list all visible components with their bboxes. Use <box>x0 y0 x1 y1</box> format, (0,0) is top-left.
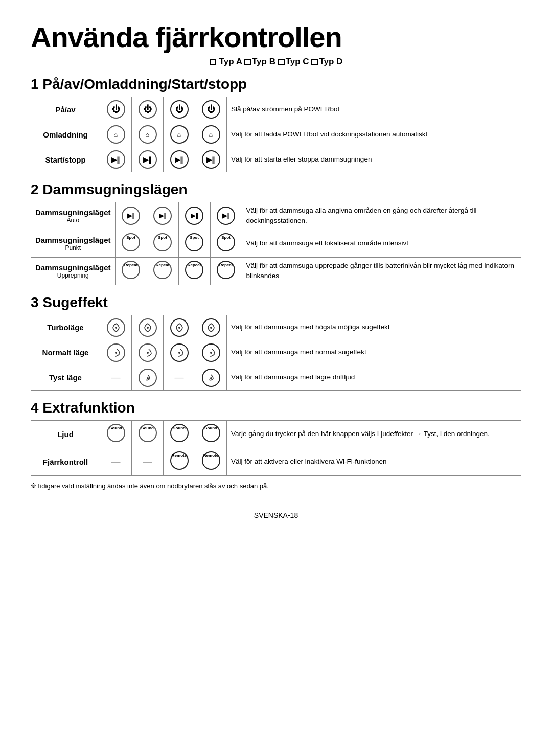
icon-cell: Remote <box>164 448 195 475</box>
normal-button-3 <box>170 343 189 362</box>
table-row: Tyst läge — — Välj för att dammsuga med … <box>31 365 521 390</box>
turbo-button-2 <box>139 318 157 337</box>
svg-point-7 <box>210 352 212 354</box>
normal-button-1 <box>107 343 125 362</box>
quiet-button-4 <box>202 369 220 387</box>
icon-cell: ⏻ <box>132 97 164 122</box>
icon-cell: Repeat <box>210 257 242 285</box>
section4-heading: 4 Extrafunktion <box>31 400 521 416</box>
start-button-2: ▶︎‖ <box>139 150 157 169</box>
icon-cell: ⏻ <box>100 97 132 122</box>
spot-label: Spot <box>221 235 231 240</box>
svg-point-6 <box>178 352 180 354</box>
play-icon: ▶︎‖ <box>175 156 183 164</box>
spot-button-1: Spot <box>122 233 140 251</box>
section1-heading: 1 På/av/Omladdning/Start/stopp <box>31 76 521 93</box>
icon-cell: ⌂ <box>100 122 132 147</box>
start-button-1: ▶︎‖ <box>107 150 125 169</box>
table-row: DammsugningslägetPunkt Spot Spot Spot Sp… <box>31 230 521 257</box>
icon-cell: Spot <box>147 230 178 257</box>
row-desc: Välj för att dammsuga upprepade gånger t… <box>242 257 521 285</box>
icon-cell: Spot <box>115 230 147 257</box>
row-label: Omladdning <box>31 122 100 147</box>
row-desc: Välj för att dammsuga med högsta möjliga… <box>227 315 521 340</box>
spot-button-4: Spot <box>217 233 235 251</box>
sound-button-1: Sound <box>107 424 125 442</box>
home-button-4: ⌂ <box>202 125 220 144</box>
svg-point-1 <box>147 327 149 329</box>
row-label: Fjärrkontroll <box>31 448 100 475</box>
start-button-3: ▶︎‖ <box>170 150 189 169</box>
power-icon: ⏻ <box>207 105 215 114</box>
home-icon: ⌂ <box>209 131 213 139</box>
repeat-label: Repeat <box>219 263 233 267</box>
svg-point-8 <box>147 377 149 379</box>
table-row: Turboläge Välj för att <box>31 315 521 340</box>
normal-icon <box>142 347 153 358</box>
turbo-icon <box>205 322 217 333</box>
quiet-button-2 <box>139 369 157 387</box>
normal-icon <box>174 347 185 358</box>
home-button-1: ⌂ <box>107 125 125 144</box>
table-row: På/av ⏻ ⏻ ⏻ ⏻ Slå på/av strömmen på POWE… <box>31 97 521 122</box>
power-icon: ⏻ <box>144 105 152 114</box>
icon-cell <box>100 340 132 365</box>
sound-label: Sound <box>109 426 122 430</box>
type-line: Typ A Typ B Typ C Typ D <box>31 57 521 67</box>
icon-cell: ▶‖ <box>147 202 178 230</box>
icon-cell: — <box>164 365 195 390</box>
footer: SVENSKA-18 <box>31 511 521 519</box>
row-desc: Välj för att dammsuga med normal sugeffe… <box>227 340 521 365</box>
icon-cell: ▶‖ <box>115 202 147 230</box>
home-icon: ⌂ <box>146 131 150 139</box>
icon-cell: ▶︎‖ <box>195 147 227 172</box>
icon-cell: Sound <box>195 420 227 448</box>
icon-cell: ▶‖ <box>178 202 210 230</box>
table-row: Omladdning ⌂ ⌂ ⌂ ⌂ Välj för att ladda PO… <box>31 122 521 147</box>
row-desc: Välj för att dammsuga ett lokaliserat om… <box>242 230 521 257</box>
section1-table: På/av ⏻ ⏻ ⏻ ⏻ Slå på/av strömmen på POWE… <box>31 97 521 172</box>
power-button-4: ⏻ <box>202 100 220 119</box>
power-icon: ⏻ <box>112 105 120 114</box>
home-icon: ⌂ <box>177 131 181 139</box>
sound-button-2: Sound <box>139 424 157 442</box>
icon-cell: Repeat <box>115 257 147 285</box>
icon-cell <box>195 340 227 365</box>
table-row: Ljud Sound Sound Sound Sound <box>31 420 521 448</box>
sound-button-4: Sound <box>202 424 220 442</box>
page-title: Använda fjärrkontrollen <box>31 20 521 54</box>
section3-table: Turboläge Välj för att <box>31 315 521 391</box>
icon-cell <box>195 365 227 390</box>
spot-label: Spot <box>126 235 135 240</box>
row-desc: Varje gång du trycker på den här knappen… <box>227 420 521 448</box>
row-label: Ljud <box>31 420 100 448</box>
icon-cell: ⏻ <box>164 97 195 122</box>
icon-cell: Spot <box>178 230 210 257</box>
svg-point-0 <box>115 327 117 329</box>
row-label: Turboläge <box>31 315 100 340</box>
play-pause-icon: ▶‖ <box>191 212 198 219</box>
icon-cell: ▶︎‖ <box>100 147 132 172</box>
row-desc: Välj för att ladda POWERbot vid dockning… <box>227 122 521 147</box>
type-d-icon <box>311 59 318 65</box>
row-desc: Välj för att dammsuga alla angivna områd… <box>242 202 521 230</box>
auto-button-2: ▶‖ <box>153 207 172 225</box>
normal-icon <box>110 347 122 358</box>
remote-button-4: Remote <box>202 451 220 470</box>
home-button-2: ⌂ <box>139 125 157 144</box>
auto-button-4: ▶‖ <box>217 207 235 225</box>
icon-cell: ⌂ <box>195 122 227 147</box>
play-icon: ▶︎‖ <box>111 156 120 164</box>
svg-point-4 <box>115 352 117 354</box>
power-icon: ⏻ <box>175 105 183 114</box>
row-desc: Välj för att aktivera eller inaktivera W… <box>227 448 521 475</box>
home-icon: ⌂ <box>114 131 118 139</box>
power-button-2: ⏻ <box>139 100 157 119</box>
play-pause-icon: ▶‖ <box>127 212 135 219</box>
play-icon: ▶︎‖ <box>143 156 152 164</box>
row-label: Tyst läge <box>31 365 100 390</box>
start-button-4: ▶︎‖ <box>202 150 220 169</box>
power-button-1: ⏻ <box>107 100 125 119</box>
type-b-icon <box>244 59 251 65</box>
play-pause-icon: ▶‖ <box>222 212 230 219</box>
